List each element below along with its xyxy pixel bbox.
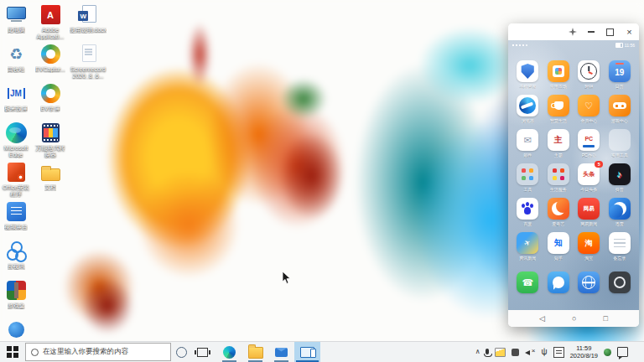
desktop-icon[interactable]: A Adobe Applicati... bbox=[34, 3, 67, 43]
phone-app[interactable]: 生活服务 bbox=[548, 163, 569, 198]
desktop-icon[interactable]: 文档 bbox=[34, 161, 67, 200]
taskbar-mail-button[interactable] bbox=[268, 342, 294, 362]
phone-dock-app[interactable] bbox=[548, 272, 569, 293]
desktop-icon[interactable]: 游戏盒 bbox=[1, 279, 31, 318]
mail-icon bbox=[275, 348, 288, 357]
phone-mirror-window[interactable]: × 11:56 手机管家 bbox=[508, 23, 639, 327]
phone-app[interactable]: 工具 bbox=[517, 163, 538, 198]
phone-app-label: 应用市场 bbox=[550, 84, 567, 89]
phone-app-icon bbox=[548, 60, 569, 82]
phone-app[interactable]: 实用工具 bbox=[609, 129, 631, 163]
phone-app[interactable]: 迅雷 bbox=[609, 198, 631, 232]
desktop-icon[interactable]: Office安装程序 bbox=[1, 161, 31, 200]
phone-app-icon: 主 bbox=[548, 129, 569, 151]
desktop-icon[interactable]: Screenrecord 2020_8_6... bbox=[69, 43, 107, 82]
microphone-icon[interactable] bbox=[486, 349, 489, 354]
phone-app-icon bbox=[517, 95, 538, 116]
phone-app[interactable]: ♡ 会员中心 bbox=[578, 95, 600, 129]
collaboration-settings-icon[interactable] bbox=[569, 28, 577, 36]
phone-app[interactable]: 主 主题 bbox=[548, 129, 569, 163]
phone-app[interactable]: 5 头条 今日头条 bbox=[578, 163, 600, 198]
taskbar-edge-button[interactable] bbox=[216, 342, 242, 362]
start-button[interactable] bbox=[0, 342, 25, 362]
phone-app-icon: 网易 bbox=[578, 198, 600, 220]
phone-app[interactable]: 手机管家 bbox=[517, 60, 538, 95]
phone-app[interactable]: 智慧生活 bbox=[548, 95, 569, 129]
phone-dock-app[interactable]: ☎ bbox=[517, 272, 538, 293]
desktop-icon-label: 此电脑 bbox=[8, 27, 25, 34]
phone-app[interactable]: 游戏中心 bbox=[609, 95, 631, 129]
windows-desktop: 此电脑 ♻ 回收站 JM 极米投屏 Microsoft Edge bbox=[0, 0, 644, 362]
chevron-up-icon[interactable]: ∧ bbox=[475, 349, 480, 355]
phone-app[interactable]: 百度 bbox=[517, 198, 538, 232]
taskbar-clock[interactable]: 11:59 2020/8/19 bbox=[570, 344, 598, 359]
phone-app[interactable]: ✉ 邮件 bbox=[517, 129, 538, 163]
minimize-button[interactable] bbox=[581, 23, 600, 40]
desktop-app-icon bbox=[5, 200, 28, 223]
phone-app-label: 淘宝 bbox=[584, 256, 593, 261]
desktop-icon[interactable]: 云视讯 bbox=[1, 240, 31, 279]
phone-app-label: 浏览器 bbox=[522, 118, 534, 123]
phone-app-label: 日历 bbox=[615, 84, 624, 89]
desktop-app-icon bbox=[5, 318, 28, 341]
android-home-button[interactable]: ○ bbox=[572, 315, 576, 323]
phone-app-label: 知乎 bbox=[554, 256, 563, 261]
pinned-apps bbox=[216, 342, 320, 362]
phone-app[interactable]: 知 知乎 bbox=[548, 232, 569, 266]
desktop-icon[interactable]: 此电脑 bbox=[1, 3, 31, 43]
task-view-button[interactable] bbox=[192, 342, 213, 362]
phone-app[interactable]: 淘 淘宝 bbox=[578, 232, 600, 266]
phone-app[interactable]: 备忘录 bbox=[609, 232, 631, 266]
phone-app[interactable]: 浏览器 bbox=[517, 95, 538, 129]
phone-dock-app[interactable] bbox=[578, 272, 600, 293]
file-explorer-icon bbox=[248, 347, 263, 359]
phone-app[interactable]: 时钟 bbox=[578, 60, 600, 95]
phone-app[interactable]: ♪ 抖音 bbox=[609, 163, 631, 198]
android-recents-button[interactable]: □ bbox=[603, 315, 607, 323]
desktop-icon[interactable]: EVCaptur... bbox=[34, 43, 67, 82]
phone-app-label: 会员中心 bbox=[580, 118, 597, 123]
cortana-button[interactable] bbox=[171, 342, 192, 362]
desktop-app-icon: JM bbox=[5, 82, 28, 105]
phone-dock-app[interactable] bbox=[609, 272, 631, 293]
phone-app-icon bbox=[609, 129, 631, 151]
clock-date: 2020/8/19 bbox=[570, 352, 598, 359]
phone-app[interactable]: 网易 网易新闻 bbox=[578, 198, 600, 232]
close-button[interactable]: × bbox=[620, 23, 639, 40]
phone-app-icon: 5 头条 bbox=[578, 163, 600, 185]
desktop-icon[interactable]: 万能格式转换器 bbox=[34, 122, 67, 161]
taskbar-explorer-button[interactable] bbox=[242, 342, 268, 362]
desktop-icon[interactable]: ♻ 回收站 bbox=[1, 43, 31, 82]
phone-app[interactable]: ✈ 腾讯新闻 bbox=[517, 232, 538, 266]
photo-app-tray-icon[interactable] bbox=[495, 348, 506, 357]
phone-app-label: 实用工具 bbox=[611, 153, 628, 158]
android-back-button[interactable]: ◁ bbox=[539, 315, 545, 323]
desktop-icon[interactable]: EV录屏 bbox=[34, 82, 67, 122]
phone-app[interactable]: 19 日历 bbox=[609, 60, 631, 95]
desktop-icon[interactable]: JM 极米投屏 bbox=[1, 82, 31, 122]
phone-app-icon: 知 bbox=[548, 232, 569, 254]
security-tray-icon[interactable] bbox=[604, 349, 611, 356]
desktop-icon[interactable]: W 使用说明.docx bbox=[69, 3, 107, 43]
volume-muted-icon[interactable] bbox=[525, 348, 535, 356]
maximize-button[interactable] bbox=[600, 23, 620, 40]
desktop-app-icon bbox=[5, 122, 28, 144]
phone-dock: ☎ bbox=[512, 272, 635, 293]
cortana-icon bbox=[176, 347, 187, 358]
usb-icon[interactable]: ψ bbox=[541, 348, 547, 356]
phone-app-icon bbox=[517, 60, 538, 82]
phone-app[interactable]: 爱奇艺 bbox=[548, 198, 569, 232]
desktop-icon[interactable]: Microsoft Edge bbox=[1, 122, 31, 161]
action-center-icon[interactable] bbox=[617, 347, 628, 357]
desktop-app-icon bbox=[5, 240, 28, 262]
desktop-icon[interactable]: 视频展台 bbox=[1, 200, 31, 240]
taskbar-search-input[interactable]: 在这里输入你要搜索的内容 bbox=[25, 343, 171, 361]
phone-app[interactable]: 应用市场 bbox=[548, 60, 569, 95]
tray-app-icon[interactable] bbox=[512, 349, 519, 356]
phone-app-icon: 淘 bbox=[578, 232, 600, 254]
ime-icon[interactable] bbox=[553, 347, 564, 358]
taskbar-phone-assistant-button[interactable] bbox=[294, 342, 320, 362]
phone-screen[interactable]: 11:56 手机管家 bbox=[508, 40, 639, 310]
phone-notification-icons bbox=[512, 44, 529, 46]
phone-app[interactable]: PC PC办公 bbox=[578, 129, 600, 163]
